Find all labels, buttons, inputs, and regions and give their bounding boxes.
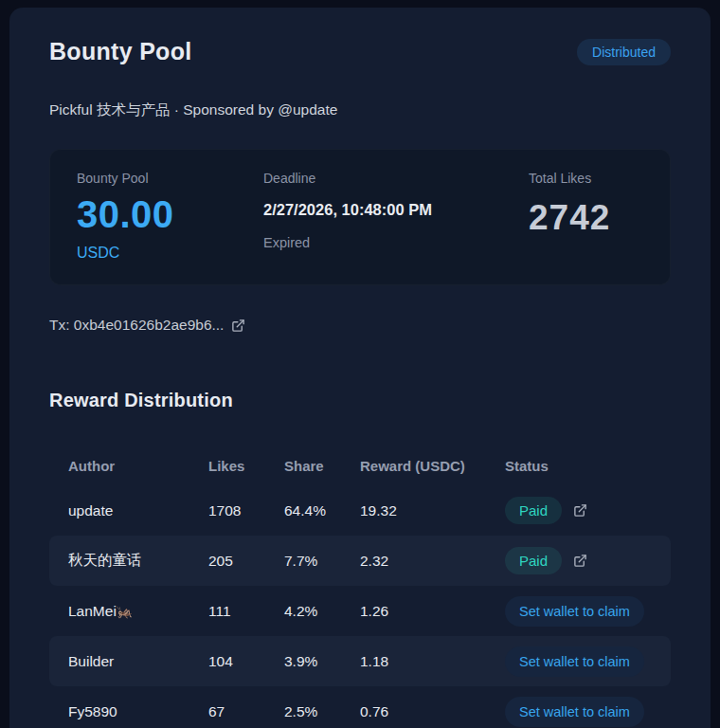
share-cell: 3.9%: [284, 653, 360, 670]
author-name: LanMei: [68, 603, 117, 619]
paid-status-pill: Paid: [505, 497, 562, 524]
likes-cell: 205: [208, 553, 284, 570]
transaction-hash: Tx: 0xb4e01626b2ae9b6...: [49, 317, 224, 334]
table-row: LanMei🦗1114.2%1.26Set wallet to claim: [49, 586, 671, 636]
share-cell: 2.5%: [284, 703, 360, 720]
status-cell: Set wallet to claim: [505, 646, 652, 677]
share-cell: 7.7%: [284, 553, 360, 570]
page-title: Bounty Pool: [49, 38, 192, 65]
table-body: update170864.4%19.32Paid秋天的童话2057.7%2.32…: [49, 485, 671, 728]
set-wallet-to-claim-button[interactable]: Set wallet to claim: [505, 697, 644, 727]
page-header: Bounty Pool Distributed: [49, 38, 671, 65]
table-row: Builder1043.9%1.18Set wallet to claim: [49, 636, 671, 686]
deadline-status: Expired: [263, 235, 529, 250]
stat-label: Total Likes: [529, 171, 643, 186]
author-cell: update: [68, 502, 208, 519]
reward-distribution-title: Reward Distribution: [49, 390, 671, 411]
table-header-row: AuthorLikesShareReward (USDC)Status: [49, 446, 671, 485]
author-cell: Builder: [68, 653, 208, 670]
stats-card: Bounty Pool 30.00 USDC Deadline 2/27/202…: [49, 149, 671, 285]
likes-cell: 67: [208, 703, 284, 720]
stat-label: Bounty Pool: [77, 171, 263, 186]
deadline-value: 2/27/2026, 10:48:00 PM: [263, 201, 529, 219]
external-link-icon: [231, 318, 245, 333]
stat-bounty-pool: Bounty Pool 30.00 USDC: [77, 171, 263, 262]
reward-cell: 2.32: [360, 553, 505, 570]
likes-cell: 111: [208, 603, 284, 620]
author-cell: Fy5890: [68, 703, 208, 720]
author-cell: LanMei🦗: [68, 603, 208, 620]
column-header-likes: Likes: [208, 458, 284, 474]
author-name: Fy5890: [68, 703, 117, 719]
status-cell: Set wallet to claim: [505, 697, 652, 727]
bounty-pool-currency: USDC: [77, 245, 263, 262]
reward-cell: 1.26: [360, 603, 505, 620]
paid-status-pill: Paid: [505, 547, 562, 574]
reward-cell: 0.76: [360, 703, 505, 720]
transaction-link[interactable]: Tx: 0xb4e01626b2ae9b6...: [49, 317, 245, 334]
column-header-author: Author: [68, 458, 208, 474]
external-link-icon[interactable]: [573, 503, 587, 518]
reward-table: AuthorLikesShareReward (USDC)Status upda…: [49, 446, 671, 728]
bounty-pool-panel: Bounty Pool Distributed Pickful 技术与产品 · …: [9, 8, 711, 728]
likes-cell: 1708: [208, 502, 284, 519]
author-name: update: [68, 502, 113, 519]
bounty-pool-amount: 30.00: [77, 193, 263, 236]
stat-deadline: Deadline 2/27/2026, 10:48:00 PM Expired: [263, 171, 529, 262]
share-cell: 4.2%: [284, 603, 360, 620]
page-subtitle: Pickful 技术与产品 · Sponsored by @update: [49, 100, 671, 120]
stat-label: Deadline: [263, 171, 529, 186]
external-link-icon[interactable]: [573, 554, 587, 568]
column-header-share: Share: [284, 458, 360, 474]
cricket-emoji-icon: 🦗: [117, 604, 133, 619]
table-row: 秋天的童话2057.7%2.32Paid: [49, 536, 671, 586]
total-likes-value: 2742: [529, 198, 643, 238]
column-header-reward-usdc: Reward (USDC): [360, 458, 505, 474]
author-name: Builder: [68, 653, 114, 669]
column-header-status: Status: [505, 458, 652, 474]
likes-cell: 104: [208, 653, 284, 670]
reward-cell: 19.32: [360, 502, 505, 519]
table-row: update170864.4%19.32Paid: [49, 485, 671, 536]
stat-total-likes: Total Likes 2742: [529, 171, 643, 262]
status-cell: Paid: [505, 547, 652, 574]
set-wallet-to-claim-button[interactable]: Set wallet to claim: [505, 596, 644, 627]
share-cell: 64.4%: [284, 502, 360, 519]
status-cell: Paid: [505, 497, 652, 524]
author-name: 秋天的童话: [68, 552, 142, 568]
table-row: Fy5890672.5%0.76Set wallet to claim: [49, 686, 671, 728]
status-badge: Distributed: [577, 39, 671, 65]
set-wallet-to-claim-button[interactable]: Set wallet to claim: [505, 646, 644, 677]
reward-cell: 1.18: [360, 653, 505, 670]
status-cell: Set wallet to claim: [505, 596, 652, 627]
author-cell: 秋天的童话: [68, 551, 208, 571]
